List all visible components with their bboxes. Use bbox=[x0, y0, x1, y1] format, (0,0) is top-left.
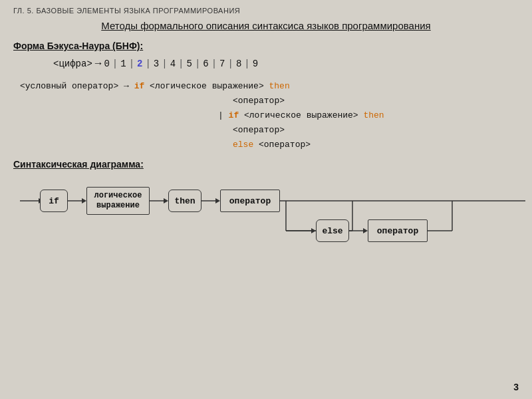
digit-2: 2 bbox=[137, 59, 142, 69]
sep6: | bbox=[195, 59, 200, 69]
svg-marker-7 bbox=[215, 198, 220, 203]
cond-tag: <условный оператор> bbox=[20, 81, 118, 91]
if-kw-1: if bbox=[134, 81, 145, 91]
if-box: if bbox=[40, 190, 68, 212]
operator1-box: оператор bbox=[220, 190, 280, 212]
digit-3: 3 bbox=[154, 59, 159, 69]
conditional-block: <условный оператор> → if <логическое выр… bbox=[13, 79, 519, 152]
digit-row: <цифра> → 0 | 1 | 2 | 3 | 4 | 5 | 6 | 7 … bbox=[13, 58, 519, 70]
cond-row-2: <оператор> bbox=[20, 94, 519, 108]
page: Гл. 5. БАЗОВЫЕ ЭЛЕМЕНТЫ ЯЗЫКА ПРОГРАММИР… bbox=[0, 0, 532, 399]
slide-title: Методы формального описания синтаксиса я… bbox=[13, 20, 519, 31]
chapter-title: Гл. 5. БАЗОВЫЕ ЭЛЕМЕНТЫ ЯЗЫКА ПРОГРАММИР… bbox=[13, 7, 519, 15]
if-kw-2: if bbox=[229, 110, 239, 120]
else-kw: else bbox=[233, 140, 253, 150]
bnf-section-label: Форма Бэкуса-Наура (БНФ): bbox=[13, 41, 519, 51]
digit-arrow: → bbox=[95, 58, 102, 70]
else-box: else bbox=[316, 219, 349, 242]
diagram-label: Синтаксическая диаграмма: bbox=[13, 159, 519, 170]
page-number: 3 bbox=[513, 382, 519, 392]
cond-row-3: | if <логическое выражение> then bbox=[20, 108, 519, 123]
cond-row-5: else <оператор> bbox=[20, 138, 519, 152]
svg-marker-5 bbox=[164, 198, 168, 203]
digit-8: 8 bbox=[236, 59, 241, 69]
diagram-section: Синтаксическая диаграмма: bbox=[13, 159, 519, 264]
then-kw-1: then bbox=[269, 81, 290, 91]
cond-row-1: <условный оператор> → if <логическое выр… bbox=[20, 79, 519, 94]
digit-4: 4 bbox=[170, 59, 176, 69]
svg-marker-3 bbox=[82, 198, 86, 203]
digit-1: 1 bbox=[120, 59, 126, 69]
digit-6: 6 bbox=[203, 59, 208, 69]
sep5: | bbox=[178, 59, 184, 69]
sep2: | bbox=[129, 59, 134, 69]
digit-7: 7 bbox=[219, 59, 225, 69]
sep7: | bbox=[211, 59, 217, 69]
sep3: | bbox=[145, 59, 150, 69]
diagram-area: if логическое выражение then оператор el… bbox=[20, 178, 525, 264]
cond-row-4: <оператор> bbox=[20, 123, 519, 138]
logic-box: логическое выражение bbox=[86, 187, 150, 215]
operator2-box: оператор bbox=[368, 219, 428, 242]
digit-0: 0 bbox=[104, 59, 109, 69]
sep9: | bbox=[244, 59, 249, 69]
sep4: | bbox=[162, 59, 167, 69]
then-kw-2: then bbox=[363, 110, 384, 120]
digit-9: 9 bbox=[253, 59, 258, 69]
sep1: | bbox=[112, 59, 118, 69]
digit-5: 5 bbox=[186, 59, 192, 69]
cond-arrow: → bbox=[124, 81, 129, 91]
sep8: | bbox=[228, 59, 233, 69]
digit-tag: <цифра> bbox=[53, 59, 92, 69]
svg-marker-13 bbox=[363, 228, 368, 233]
svg-marker-11 bbox=[311, 228, 316, 233]
then-box: then bbox=[168, 190, 201, 212]
